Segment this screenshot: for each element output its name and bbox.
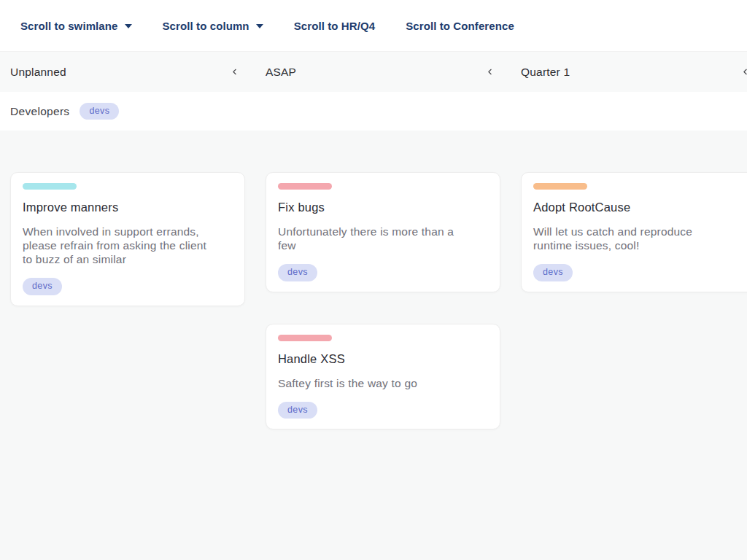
chevron-left-icon [230,67,239,77]
board-column-quarter-1: Adopt RootCause Will let us catch and re… [511,172,747,560]
column-title: ASAP [266,66,296,79]
column-title: Unplanned [10,66,66,79]
scroll-to-hr-q4-button[interactable]: Scroll to HR/Q4 [294,20,376,32]
swimlane-title: Developers [10,105,69,118]
board-column-asap: Fix bugs Unfortunately there is more tha… [255,172,511,560]
toolbar: Scroll to swimlane Scroll to column Scro… [0,0,747,52]
card-title: Fix bugs [278,201,488,214]
scroll-to-column-label: Scroll to column [163,20,249,32]
scroll-to-swimlane-button[interactable]: Scroll to swimlane [20,20,132,32]
card-description: Saftey first is the way to go [278,376,488,390]
column-header-unplanned: Unplanned [0,52,255,92]
chevron-left-button[interactable] [228,66,241,78]
card-color-bar [23,183,77,190]
swimlane-tag-badge: devs [80,103,119,120]
card-tag-badge: devs [278,264,317,281]
swimlane-header-developers: Developers devs [0,92,747,131]
card-title: Adopt RootCause [533,201,743,214]
card-fix-bugs[interactable]: Fix bugs Unfortunately there is more tha… [266,172,500,292]
board-column-unplanned: Improve manners When involved in support… [0,172,255,560]
column-headers-row: Unplanned ASAP Quarter 1 [0,52,747,92]
card-color-bar [278,183,332,190]
card-adopt-rootcause[interactable]: Adopt RootCause Will let us catch and re… [521,172,747,292]
card-title: Handle XSS [278,352,488,366]
card-description: When involved in support errands, please… [23,225,233,266]
card-description: Will let us catch and reproduce runtime … [533,225,743,252]
kanban-board: Improve manners When involved in support… [0,131,747,560]
chevron-left-button[interactable] [739,66,747,78]
scroll-to-swimlane-label: Scroll to swimlane [20,20,118,32]
card-tag-badge: devs [23,278,62,295]
chevron-left-icon [740,67,747,77]
card-description: Unfortunately there is more than a few [278,225,488,252]
card-handle-xss[interactable]: Handle XSS Saftey first is the way to go… [266,324,500,430]
column-header-quarter-1: Quarter 1 [511,52,747,92]
chevron-left-button[interactable] [484,66,496,78]
card-tag-badge: devs [533,264,573,281]
card-improve-manners[interactable]: Improve manners When involved in support… [10,172,245,306]
caret-down-icon [125,24,132,28]
scroll-to-conference-label: Scroll to Conference [406,20,514,32]
card-color-bar [278,335,332,341]
card-tag-badge: devs [278,402,317,419]
scroll-to-hr-q4-label: Scroll to HR/Q4 [294,20,376,32]
column-header-asap: ASAP [255,52,511,92]
scroll-to-conference-button[interactable]: Scroll to Conference [406,20,514,32]
card-title: Improve manners [23,201,233,214]
card-color-bar [533,183,587,190]
scroll-to-column-button[interactable]: Scroll to column [163,20,263,32]
chevron-left-icon [485,67,495,77]
column-title: Quarter 1 [521,66,570,79]
caret-down-icon [256,24,263,28]
